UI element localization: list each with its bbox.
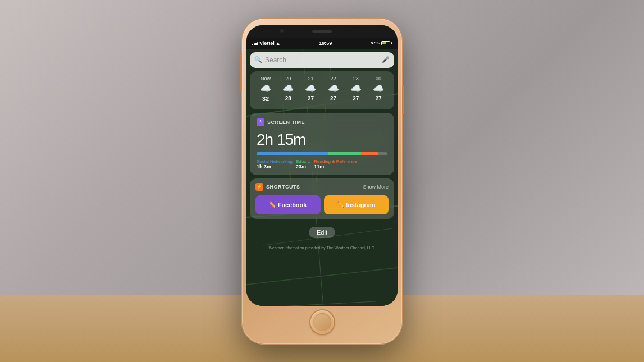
temp-4: 27 [353,95,359,102]
speaker [312,30,332,33]
hour-label-5: 00 [376,76,381,81]
phone-screen: Viettel ▲ 19:59 57% [246,25,398,306]
temp-1: 28 [285,95,291,102]
status-bar: Viettel ▲ 19:59 57% [246,38,398,49]
instagram-shortcut-label: Instagram [346,201,376,208]
search-placeholder: Search [265,56,379,64]
signal-bar-2 [254,43,255,45]
cat-name-social: Social Networking [257,159,293,164]
signal-bars [252,41,258,45]
carrier-name: Viettel [259,40,275,46]
cat-time-reading: 11m [314,164,357,169]
hour-label-0: Now [261,76,271,81]
weather-credit-text: Weather information provided by The Weat… [269,246,376,250]
search-icon: 🔍 [254,56,262,63]
shortcuts-show-more[interactable]: Show More [363,184,389,190]
cloud-icon-2: ☁️ [305,83,316,94]
shortcuts-title: SHORTCUTS [266,184,300,190]
screen-time-categories: Social Networking 1h 3m Educ… 23m Readin… [257,159,387,169]
battery-fill [382,42,386,44]
screen-time-icon: ⏱ [257,118,264,126]
cat-name-educ: Educ… [296,159,310,164]
mic-icon[interactable]: 🎤 [382,56,390,63]
facebook-shortcut-button[interactable]: ✏️ Facebook [255,195,321,214]
weather-hours: Now ☁️ 32 20 ☁️ 28 21 ☁️ 27 [254,76,390,102]
weather-col-1: 20 ☁️ 28 [277,76,299,102]
phone-device: Viettel ▲ 19:59 57% [242,19,402,344]
shortcuts-widget: ⚡ SHORTCUTS Show More ✏️ Facebook ✏️ Ins… [250,178,394,219]
widgets-container: 🔍 Search 🎤 Now ☁️ 32 20 ☁️ [246,49,398,306]
screen-time-header: ⏱ SCREEN TIME [257,118,387,126]
camera [280,29,284,33]
status-right: 57% [371,40,392,45]
temp-5: 27 [375,95,381,102]
signal-bar-4 [257,42,258,45]
category-social: Social Networking 1h 3m [257,159,293,169]
screen-time-total: 2h 15m [257,131,387,149]
cloud-icon-3: ☁️ [328,83,339,94]
shortcuts-buttons: ✏️ Facebook ✏️ Instagram [255,195,389,214]
instagram-shortcut-icon: ✏️ [337,201,344,208]
cat-time-educ: 23m [296,164,310,169]
top-bezel [246,25,398,38]
weather-col-3: 22 ☁️ 27 [322,76,345,102]
screen-time-widget: ⏱ SCREEN TIME 2h 15m Social Networking 1… [250,113,394,175]
weather-widget: Now ☁️ 32 20 ☁️ 28 21 ☁️ 27 [250,71,394,109]
shortcuts-icon: ⚡ [255,183,263,191]
facebook-shortcut-label: Facebook [278,201,307,208]
weather-credit: Weather information provided by The Weat… [250,244,394,254]
bar-education [328,152,361,155]
battery-tip [391,42,392,44]
weather-col-0: Now ☁️ 32 [254,76,277,102]
screen-time-bar [257,152,387,155]
facebook-shortcut-icon: ✏️ [269,201,276,208]
category-educ: Educ… 23m [296,159,310,169]
status-time: 19:59 [319,40,332,46]
screen-time-title: SCREEN TIME [267,120,305,125]
bar-reading [361,152,378,155]
signal-bar-3 [255,43,257,45]
wifi-icon: ▲ [276,40,281,46]
instagram-shortcut-button[interactable]: ✏️ Instagram [324,195,389,214]
search-bar[interactable]: 🔍 Search 🎤 [250,52,394,68]
status-left: Viettel ▲ [252,40,281,46]
signal-bar-1 [252,44,253,45]
battery-icon [381,41,392,45]
weather-col-4: 23 ☁️ 27 [345,76,367,102]
hour-label-2: 21 [308,76,313,81]
cat-name-reading: Reading & Reference [314,159,357,164]
screen-content: 🔍 Search 🎤 Now ☁️ 32 20 ☁️ [246,49,398,306]
edit-button[interactable]: Edit [309,227,335,238]
battery-body [381,41,390,45]
bar-social [257,152,328,155]
temp-0: 32 [262,95,269,102]
cloud-icon-1: ☁️ [282,83,294,94]
battery-percent: 57% [371,40,380,45]
cloud-icon-4: ☁️ [350,83,362,94]
shortcuts-header: ⚡ SHORTCUTS Show More [255,183,389,191]
shortcuts-header-left: ⚡ SHORTCUTS [255,183,300,191]
category-reading: Reading & Reference 11m [314,159,357,169]
home-button[interactable] [310,310,334,334]
hour-label-4: 23 [353,76,359,81]
cloud-icon-5: ☁️ [373,83,384,94]
weather-col-5: 00 ☁️ 27 [367,76,390,102]
temp-2: 27 [308,95,314,102]
edit-area: Edit [250,222,394,240]
cat-time-social: 1h 3m [257,164,293,169]
hour-label-3: 22 [331,76,336,81]
weather-col-2: 21 ☁️ 27 [299,76,322,102]
temp-3: 27 [330,95,336,102]
cloud-icon-0: ☁️ [260,83,271,94]
home-button-inner [313,313,331,331]
hour-label-1: 20 [285,76,291,81]
